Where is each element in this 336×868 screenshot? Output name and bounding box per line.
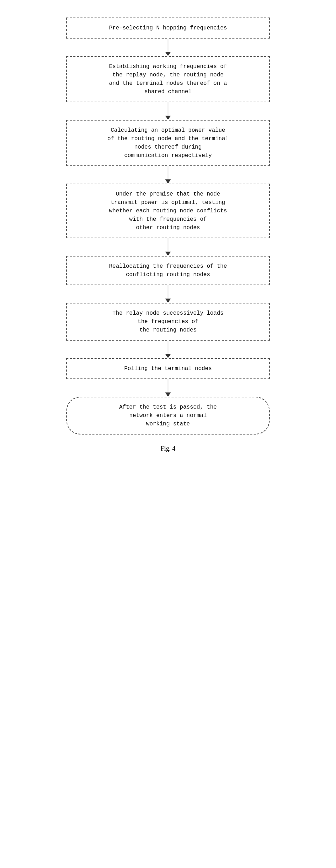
- fig-label: Fig. 4: [161, 445, 175, 452]
- diagram-container: Pre-selecting N hopping frequencies Esta…: [45, 7, 291, 466]
- box-2: Establishing working frequencies of the …: [66, 56, 270, 102]
- arrow-line-2: [168, 102, 168, 116]
- arrow-5: [165, 285, 171, 303]
- arrow-head-2: [165, 116, 171, 120]
- arrow-4: [165, 238, 171, 256]
- arrow-3: [165, 166, 171, 184]
- arrow-head-7: [165, 392, 171, 397]
- arrow-line-5: [168, 285, 168, 299]
- arrow-line-7: [168, 379, 168, 392]
- box-7: Polling the terminal nodes: [66, 358, 270, 379]
- arrow-head-6: [165, 354, 171, 358]
- arrow-line-4: [168, 238, 168, 252]
- arrow-line-6: [168, 341, 168, 354]
- arrow-head-4: [165, 252, 171, 256]
- box-3: Calculating an optimal power value of th…: [66, 120, 270, 166]
- arrow-line-1: [168, 39, 168, 52]
- arrow-head-5: [165, 299, 171, 303]
- box-8: After the test is passed, the network en…: [66, 397, 270, 435]
- box-6: The relay node successively loads the fr…: [66, 303, 270, 341]
- arrow-head-1: [165, 52, 171, 56]
- box-5: Reallocating the frequencies of the conf…: [66, 256, 270, 285]
- arrow-6: [165, 341, 171, 358]
- box-1: Pre-selecting N hopping frequencies: [66, 18, 270, 39]
- arrow-2: [165, 102, 171, 120]
- arrow-line-3: [168, 166, 168, 179]
- arrow-7: [165, 379, 171, 397]
- arrow-1: [165, 39, 171, 56]
- arrow-head-3: [165, 179, 171, 184]
- box-4: Under the premise that the node transmit…: [66, 184, 270, 238]
